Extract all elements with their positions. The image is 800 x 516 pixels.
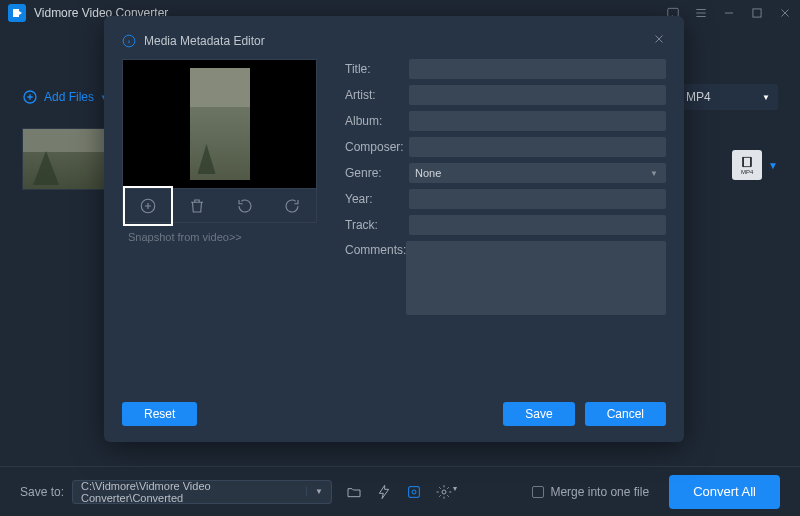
- minimize-icon[interactable]: [722, 6, 736, 20]
- open-folder-icon[interactable]: [346, 484, 362, 500]
- cancel-button[interactable]: Cancel: [585, 402, 666, 426]
- chevron-down-icon[interactable]: ▼: [768, 160, 778, 171]
- album-label: Album:: [345, 114, 409, 128]
- track-input[interactable]: [409, 215, 666, 235]
- convert-all-button[interactable]: Convert All: [669, 475, 780, 509]
- info-icon: [122, 34, 136, 48]
- svg-point-7: [412, 490, 416, 494]
- preview-frame: [122, 59, 317, 189]
- save-to-label: Save to:: [20, 485, 64, 499]
- comments-textarea[interactable]: [406, 241, 666, 315]
- metadata-editor-dialog: Media Metadata Editor: [104, 16, 684, 442]
- dialog-footer: Reset Save Cancel: [122, 392, 666, 426]
- svg-point-8: [442, 490, 446, 494]
- dialog-close-button[interactable]: [652, 32, 666, 49]
- composer-input[interactable]: [409, 137, 666, 157]
- reset-button[interactable]: Reset: [122, 402, 197, 426]
- title-input[interactable]: [409, 59, 666, 79]
- gpu-accel-icon[interactable]: [406, 484, 422, 500]
- settings-gear-icon[interactable]: ▾: [436, 484, 457, 500]
- artist-input[interactable]: [409, 85, 666, 105]
- svg-rect-1: [753, 9, 761, 17]
- close-icon[interactable]: [778, 6, 792, 20]
- preview-image: [190, 68, 250, 180]
- composer-label: Composer:: [345, 140, 409, 154]
- title-label: Title:: [345, 62, 409, 76]
- track-label: Track:: [345, 218, 409, 232]
- menu-icon[interactable]: [694, 6, 708, 20]
- preview-toolbar: [122, 189, 317, 223]
- dialog-header: Media Metadata Editor: [122, 32, 666, 49]
- maximize-icon[interactable]: [750, 6, 764, 20]
- svg-rect-3: [744, 157, 751, 166]
- merge-checkbox[interactable]: Merge into one file: [532, 485, 649, 499]
- genre-label: Genre:: [345, 166, 409, 180]
- preview-column: Snapshot from video>>: [122, 59, 317, 392]
- album-input[interactable]: [409, 111, 666, 131]
- add-files-button[interactable]: Add Files ▼: [22, 89, 108, 105]
- speed-icon[interactable]: [376, 484, 392, 500]
- save-button[interactable]: Save: [503, 402, 574, 426]
- comments-label: Comments:: [345, 241, 406, 257]
- genre-select[interactable]: None: [409, 163, 666, 183]
- add-files-label: Add Files: [44, 90, 94, 104]
- dialog-title: Media Metadata Editor: [144, 34, 265, 48]
- checkbox-box: [532, 486, 544, 498]
- save-path-value: C:\Vidmore\Vidmore Video Converter\Conve…: [81, 480, 306, 504]
- window-controls: [666, 6, 792, 20]
- svg-rect-4: [742, 157, 743, 166]
- format-badge-label: MP4: [741, 169, 753, 175]
- merge-label: Merge into one file: [550, 485, 649, 499]
- file-thumbnail[interactable]: [22, 128, 110, 190]
- svg-rect-6: [409, 486, 420, 497]
- app-logo: [8, 4, 26, 22]
- rotate-right-button[interactable]: [268, 189, 316, 222]
- snapshot-link[interactable]: Snapshot from video>>: [122, 231, 317, 243]
- format-badge: MP4: [732, 150, 762, 180]
- add-cover-button[interactable]: [123, 186, 173, 226]
- artist-label: Artist:: [345, 88, 409, 102]
- year-input[interactable]: [409, 189, 666, 209]
- svg-rect-5: [751, 157, 752, 166]
- rotate-left-button[interactable]: [221, 189, 269, 222]
- output-format-dropdown[interactable]: MP4 ▼: [678, 84, 778, 110]
- item-format-selector[interactable]: MP4 ▼: [732, 150, 778, 180]
- delete-cover-button[interactable]: [173, 189, 221, 222]
- metadata-form: Title: Artist: Album: Composer: Genre: N…: [345, 59, 666, 392]
- year-label: Year:: [345, 192, 409, 206]
- output-format-value: MP4: [686, 90, 711, 104]
- status-bar: Save to: C:\Vidmore\Vidmore Video Conver…: [0, 466, 800, 516]
- save-path-dropdown[interactable]: C:\Vidmore\Vidmore Video Converter\Conve…: [72, 480, 332, 504]
